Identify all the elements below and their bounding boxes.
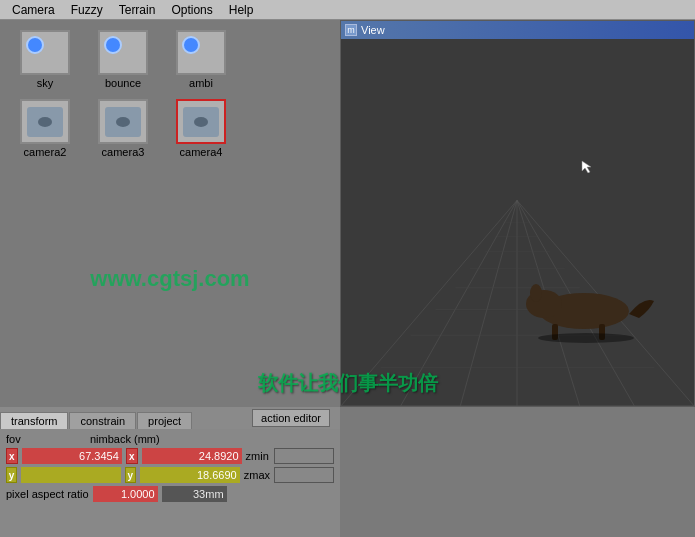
node-row-1: sky bounce ambi <box>10 30 330 89</box>
sky-circle-indicator <box>26 36 44 54</box>
ambi-circle-indicator <box>182 36 200 54</box>
bounce-icon-box <box>98 30 148 75</box>
view-title-text: View <box>361 24 385 36</box>
view-titlebar: m View <box>341 21 694 39</box>
sky-icon-box <box>20 30 70 75</box>
bounce-circle-indicator <box>104 36 122 54</box>
cursor-icon <box>580 159 594 173</box>
y-axis-indicator: y <box>6 467 17 483</box>
svg-line-1 <box>401 200 517 406</box>
node-sky[interactable]: sky <box>10 30 80 89</box>
menu-help[interactable]: Help <box>221 1 262 19</box>
node-bounce[interactable]: bounce <box>88 30 158 89</box>
bottom-tabs: transform constrain project action edito… <box>0 407 340 429</box>
x-axis-indicator: x <box>6 448 18 464</box>
view-canvas[interactable] <box>341 39 694 406</box>
zmax-input[interactable] <box>274 467 334 483</box>
node-ambi[interactable]: ambi <box>166 30 236 89</box>
tab-transform[interactable]: transform <box>0 412 68 429</box>
svg-line-2 <box>460 200 517 406</box>
animal-silhouette <box>514 276 654 346</box>
x2-value-input[interactable] <box>142 448 242 464</box>
camera3-label: camera3 <box>102 146 145 158</box>
fov-label: fov <box>6 433 66 445</box>
action-editor-button[interactable]: action editor <box>252 409 330 427</box>
fov-row: fov nimback (mm) <box>6 433 334 445</box>
camera2-img <box>27 107 63 137</box>
x-value-input[interactable] <box>22 448 122 464</box>
tab-project[interactable]: project <box>137 412 192 429</box>
svg-line-0 <box>341 200 517 406</box>
camera4-label: camera4 <box>180 146 223 158</box>
x2-axis-indicator: x <box>126 448 138 464</box>
y-value-input[interactable] <box>21 467 121 483</box>
nodes-area: sky bounce ambi <box>0 20 340 168</box>
pixel-aspect-label: pixel aspect ratio <box>6 488 89 500</box>
menu-camera[interactable]: Camera <box>4 1 63 19</box>
zmin-input[interactable] <box>274 448 334 464</box>
main-area: sky bounce ambi <box>0 20 695 537</box>
left-panel: sky bounce ambi <box>0 20 340 537</box>
tab-constrain[interactable]: constrain <box>69 412 136 429</box>
view-title-icon: m <box>345 24 357 36</box>
svg-marker-22 <box>582 161 591 173</box>
bounce-label: bounce <box>105 77 141 89</box>
menu-terrain[interactable]: Terrain <box>111 1 164 19</box>
y2-value-input[interactable] <box>140 467 240 483</box>
ambi-label: ambi <box>189 77 213 89</box>
y2-axis-indicator: y <box>125 467 136 483</box>
node-camera2[interactable]: camera2 <box>10 99 80 158</box>
menubar: Camera Fuzzy Terrain Options Help <box>0 0 695 20</box>
node-row-2: camera2 camera3 camera4 <box>10 99 330 158</box>
camera3-icon-box <box>98 99 148 144</box>
pixel-value-input[interactable] <box>93 486 158 502</box>
menu-fuzzy[interactable]: Fuzzy <box>63 1 111 19</box>
zmin-label: zmin <box>246 450 270 462</box>
camera3-img <box>105 107 141 137</box>
camera2-label: camera2 <box>24 146 67 158</box>
nimback-label: nimback (mm) <box>90 433 190 445</box>
camera4-icon-box <box>176 99 226 144</box>
zmax-label: zmax <box>244 469 270 481</box>
svg-point-21 <box>538 333 634 343</box>
camera2-icon-box <box>20 99 70 144</box>
camera4-img <box>183 107 219 137</box>
bottom-panel: transform constrain project action edito… <box>0 407 340 537</box>
node-camera4[interactable]: camera4 <box>166 99 236 158</box>
watermark: www.cgtsj.com <box>90 266 249 292</box>
pixel-value2-input[interactable] <box>162 486 227 502</box>
y-row: y y zmax <box>6 467 334 483</box>
node-camera3[interactable]: camera3 <box>88 99 158 158</box>
pixel-row: pixel aspect ratio <box>6 486 334 502</box>
param-area: fov nimback (mm) x x zmin y y <box>0 429 340 537</box>
svg-point-18 <box>530 284 542 302</box>
x-row: x x zmin <box>6 448 334 464</box>
view-panel: m View <box>340 20 695 407</box>
menu-options[interactable]: Options <box>163 1 220 19</box>
sky-label: sky <box>37 77 54 89</box>
ambi-icon-box <box>176 30 226 75</box>
